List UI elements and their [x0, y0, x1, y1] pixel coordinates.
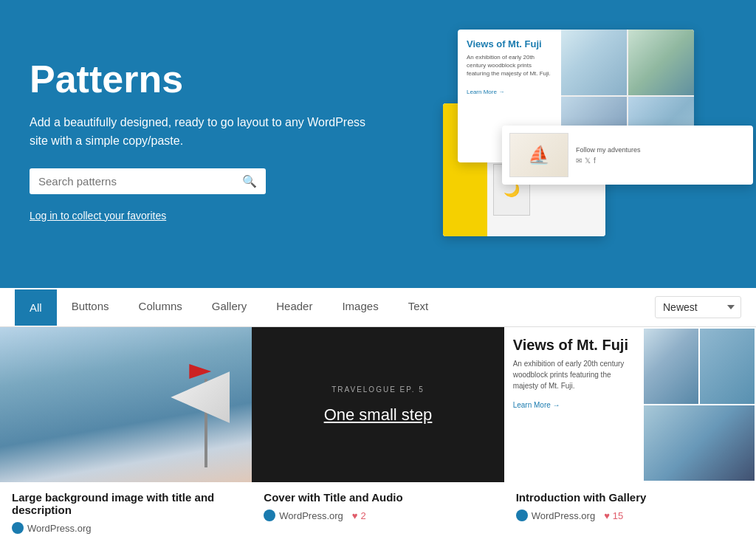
likes-count-cover: 2: [361, 510, 366, 521]
pattern-title-cover: Cover with Title and Audio: [264, 491, 492, 504]
gallery-title: Views of Mt. Fuji: [513, 336, 634, 354]
pattern-title-sailing: Large background image with title and de…: [12, 491, 240, 516]
preview-card-desc: An exhibition of early 20th century wood…: [467, 53, 552, 78]
pattern-likes-cover: ♥ 2: [352, 510, 366, 521]
fuji-img-placeholder-1: [561, 30, 627, 95]
preview-card-link[interactable]: Learn More →: [467, 89, 504, 95]
tab-text[interactable]: Text: [394, 288, 444, 326]
twitter-icon: 𝕏: [585, 157, 591, 165]
pattern-info-cover: Cover with Title and Audio WordPress.org…: [252, 482, 504, 533]
adventures-tagline: Follow my adventures: [576, 146, 746, 154]
hero-description: Add a beautifully designed, ready to go …: [30, 113, 384, 151]
ship-illustration: ⛵: [509, 133, 568, 177]
hero-preview: Views of Mt. Fuji An exhibition of early…: [443, 30, 726, 251]
social-icons: ✉ 𝕏 f: [576, 157, 746, 165]
pattern-source-gallery: WordPress.org: [516, 510, 595, 521]
pattern-card-cover: TRAVELOGUE EP. 5 One small step Cover wi…: [252, 327, 504, 542]
cover-illustration: TRAVELOGUE EP. 5 One small step: [252, 327, 504, 482]
gallery-images: [642, 327, 756, 482]
fuji-img-placeholder-2: [628, 30, 694, 95]
wp-icon-cover: [264, 510, 275, 521]
tab-columns[interactable]: Columns: [124, 288, 197, 326]
search-container: 🔍: [30, 168, 266, 194]
filter-bar: All Buttons Columns Gallery Header Image…: [0, 288, 756, 327]
pattern-source-cover: WordPress.org: [264, 510, 343, 521]
gallery-link[interactable]: Learn More →: [513, 401, 560, 409]
preview-card-ship: ⛵ Follow my adventures ✉ 𝕏 f: [502, 126, 753, 185]
pattern-meta-gallery: WordPress.org ♥ 15: [516, 510, 744, 521]
hero-section: Patterns Add a beautifully designed, rea…: [0, 0, 756, 288]
gallery-illustration: Views of Mt. Fuji An exhibition of early…: [504, 327, 756, 482]
pattern-card-gallery: Views of Mt. Fuji An exhibition of early…: [504, 327, 756, 542]
gallery-left: Views of Mt. Fuji An exhibition of early…: [504, 327, 643, 482]
pattern-info-sailing: Large background image with title and de…: [0, 482, 252, 542]
pattern-likes-gallery: ♥ 15: [604, 510, 623, 521]
mail-icon: ✉: [576, 157, 582, 165]
wp-icon-sailing: [12, 522, 24, 534]
preview-card-title: Views of Mt. Fuji: [467, 38, 552, 50]
tab-header[interactable]: Header: [261, 288, 327, 326]
pattern-image-cover[interactable]: TRAVELOGUE EP. 5 One small step: [252, 327, 504, 482]
tab-all[interactable]: All: [15, 289, 57, 326]
filter-tabs: All Buttons Columns Gallery Header Image…: [15, 288, 655, 326]
sail: [171, 371, 230, 423]
heart-icon-cover: ♥: [352, 510, 358, 521]
cover-title: One small step: [324, 405, 433, 425]
pattern-source-sailing: WordPress.org: [12, 522, 91, 534]
pattern-image-gallery[interactable]: Views of Mt. Fuji An exhibition of early…: [504, 327, 756, 482]
sort-dropdown: Newest Oldest Most popular: [655, 296, 741, 318]
likes-count-gallery: 15: [613, 510, 623, 521]
pattern-title-gallery: Introduction with Gallery: [516, 491, 744, 504]
flag: [189, 364, 211, 379]
pattern-meta-cover: WordPress.org ♥ 2: [264, 510, 492, 521]
pattern-image-sailing[interactable]: [0, 327, 252, 482]
source-label-sailing: WordPress.org: [27, 523, 91, 534]
facebook-icon: f: [594, 157, 596, 165]
wp-icon-gallery: [516, 510, 528, 521]
source-label-cover: WordPress.org: [279, 510, 343, 521]
cover-subtitle: TRAVELOGUE EP. 5: [331, 385, 425, 394]
pattern-meta-sailing: WordPress.org: [12, 522, 240, 534]
patterns-grid: Large background image with title and de…: [0, 327, 756, 542]
heart-icon-gallery: ♥: [604, 510, 610, 521]
login-link[interactable]: Log in to collect your favorites: [30, 210, 166, 222]
hero-title: Patterns: [30, 58, 413, 100]
pattern-card-sailing: Large background image with title and de…: [0, 327, 252, 542]
hero-left: Patterns Add a beautifully designed, rea…: [30, 58, 413, 222]
sailing-illustration: [0, 327, 252, 482]
gallery-desc: An exhibition of early 20th century wood…: [513, 358, 634, 391]
source-label-gallery: WordPress.org: [532, 510, 595, 521]
tab-gallery[interactable]: Gallery: [197, 288, 262, 326]
tab-buttons[interactable]: Buttons: [57, 288, 124, 326]
sort-select[interactable]: Newest Oldest Most popular: [655, 296, 741, 318]
fuji-grid-img-3: [644, 405, 755, 481]
tab-images[interactable]: Images: [327, 288, 393, 326]
pattern-info-gallery: Introduction with Gallery WordPress.org …: [504, 482, 756, 533]
fuji-grid-img-1: [644, 329, 698, 404]
search-button[interactable]: 🔍: [242, 174, 257, 188]
fuji-grid-img-2: [700, 329, 755, 404]
search-input[interactable]: [38, 175, 242, 188]
